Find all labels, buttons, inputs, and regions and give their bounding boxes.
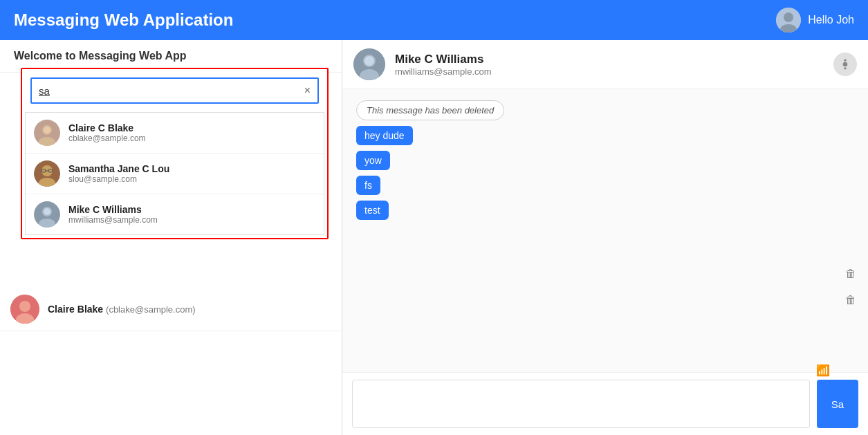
contact-details-claire-blake: Claire Blake (cblake@sample.com)	[48, 304, 196, 315]
contact-name-claire-blake: Claire Blake (cblake@sample.com)	[48, 304, 196, 315]
message-yow: yow	[356, 151, 390, 170]
result-email-claire-blake: cblake@sample.com	[68, 133, 146, 143]
search-input[interactable]	[32, 80, 297, 102]
result-avatar-samantha-lou	[34, 160, 60, 187]
search-overlay: × Claire C Blake cblake@s	[21, 68, 329, 239]
app-title: Messaging Web Application	[14, 10, 233, 30]
app-header: Messaging Web Application Hello Joh	[0, 0, 868, 40]
svg-point-18	[19, 301, 30, 312]
user-greeting-text: Hello Joh	[808, 14, 854, 26]
message-fs: fs	[356, 176, 380, 195]
result-name-claire-blake: Claire C Blake	[68, 122, 146, 133]
result-name-samantha-lou: Samantha Jane C Lou	[68, 163, 169, 174]
svg-point-27	[844, 67, 846, 69]
chat-header-info: Mike C Williams mwilliams@sample.com	[395, 53, 824, 77]
result-email-mike-williams: mwilliams@sample.com	[68, 215, 158, 225]
chat-header-avatar	[353, 48, 385, 80]
chat-contact-email: mwilliams@sample.com	[395, 66, 824, 77]
search-result-mike-williams[interactable]: Mike C Williams mwilliams@sample.com	[26, 194, 324, 234]
wifi-icon: 📶	[816, 364, 830, 377]
send-button[interactable]: Sa	[817, 380, 858, 428]
main-content: Welcome to Messaging Web App ×	[0, 40, 868, 435]
svg-point-1	[784, 12, 793, 22]
right-panel: Mike C Williams mwilliams@sample.com Thi…	[342, 40, 868, 435]
chat-header: Mike C Williams mwilliams@sample.com	[342, 40, 868, 89]
action-icons-area: 🗑 🗑	[840, 263, 861, 311]
message-deleted: This message has been deleted	[356, 100, 504, 120]
contact-avatar-claire-blake	[10, 295, 39, 324]
result-info-samantha-lou: Samantha Jane C Lou slou@sample.com	[68, 163, 169, 184]
search-input-container: ×	[30, 77, 319, 104]
search-clear-button[interactable]: ×	[297, 79, 317, 102]
message-input-area: Sa	[342, 372, 868, 435]
left-panel: Welcome to Messaging Web App ×	[0, 40, 342, 435]
result-name-mike-williams: Mike C Williams	[68, 204, 158, 215]
delete-icon-2[interactable]: 🗑	[840, 290, 861, 311]
user-greeting-area: Hello Joh	[776, 8, 854, 33]
result-info-mike-williams: Mike C Williams mwilliams@sample.com	[68, 204, 158, 225]
user-avatar	[776, 8, 801, 33]
delete-icon-1[interactable]: 🗑	[840, 263, 861, 284]
svg-point-16	[44, 208, 50, 215]
messages-area: This message has been deleted hey dude y…	[342, 89, 868, 372]
message-input[interactable]	[352, 380, 810, 428]
contact-claire-blake[interactable]: Claire Blake (cblake@sample.com)	[0, 288, 342, 331]
chat-options-icon[interactable]	[833, 53, 857, 76]
search-results-dropdown: Claire C Blake cblake@sample.com	[25, 112, 324, 235]
search-result-claire-blake[interactable]: Claire C Blake cblake@sample.com	[26, 113, 324, 154]
result-avatar-mike-williams	[34, 201, 60, 228]
message-test: test	[356, 201, 389, 220]
contacts-list: Claire Blake (cblake@sample.com)	[0, 288, 342, 331]
result-avatar-claire-blake	[34, 120, 60, 146]
chat-contact-name: Mike C Williams	[395, 53, 824, 66]
svg-point-6	[44, 127, 50, 133]
svg-point-26	[844, 59, 846, 62]
message-hey-dude: hey dude	[356, 126, 413, 145]
svg-point-25	[843, 62, 848, 67]
result-email-samantha-lou: slou@sample.com	[68, 174, 169, 184]
svg-point-23	[364, 56, 374, 66]
search-result-samantha-lou[interactable]: Samantha Jane C Lou slou@sample.com	[26, 154, 324, 194]
result-info-claire-blake: Claire C Blake cblake@sample.com	[68, 122, 146, 143]
